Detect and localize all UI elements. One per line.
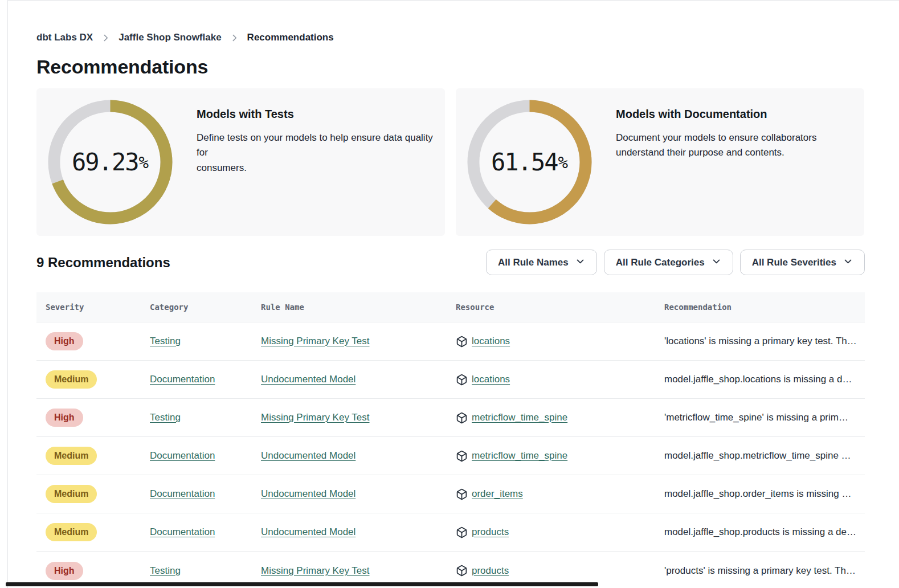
column-header-severity: Severity — [46, 303, 150, 312]
recommendation-text: model.jaffle_shop.metricflow_time_spine … — [664, 450, 856, 462]
model-box-icon — [456, 565, 468, 577]
rule-names-filter-dropdown[interactable]: All Rule Names — [486, 250, 597, 275]
table-row: High Testing Missing Primary Key Test me… — [36, 399, 865, 437]
table-header-row: Severity Category Rule Name Resource Rec… — [36, 292, 865, 322]
resource-link[interactable]: locations — [472, 336, 510, 347]
category-link[interactable]: Documentation — [150, 526, 215, 537]
rule-name-link[interactable]: Undocumented Model — [261, 450, 355, 461]
rule-name-link[interactable]: Undocumented Model — [261, 526, 355, 537]
recommendation-text: model.jaffle_shop.order_items is missing… — [664, 488, 856, 500]
breadcrumb-current-page: Recommendations — [247, 32, 334, 43]
table-row: High Testing Missing Primary Key Test lo… — [36, 322, 865, 361]
rule-categories-filter-dropdown[interactable]: All Rule Categories — [604, 250, 733, 275]
tests-percentage: 69.23% — [48, 100, 173, 224]
severity-badge: Medium — [46, 485, 97, 503]
table-row: Medium Documentation Undocumented Model … — [36, 475, 865, 513]
filter-label: All Rule Names — [498, 257, 569, 268]
model-box-icon — [456, 526, 468, 538]
column-header-recommendation: Recommendation — [664, 303, 856, 312]
resource-link[interactable]: locations — [472, 374, 510, 385]
recommendation-text: 'locations' is missing a primary key tes… — [664, 336, 856, 347]
resource-link[interactable]: products — [472, 526, 509, 538]
chevron-down-icon — [843, 256, 853, 269]
rule-name-link[interactable]: Missing Primary Key Test — [261, 565, 370, 576]
column-header-resource: Resource — [456, 303, 664, 312]
resource-link[interactable]: order_items — [472, 488, 523, 500]
severity-badge: High — [46, 562, 83, 580]
resource-link[interactable]: metricflow_time_spine — [472, 450, 567, 462]
card-title: Models with Documentation — [616, 108, 816, 121]
category-link[interactable]: Testing — [150, 412, 181, 423]
chevron-right-icon — [230, 33, 239, 43]
column-header-category: Category — [150, 303, 261, 312]
severity-badge: Medium — [46, 370, 97, 389]
filter-label: All Rule Categories — [616, 257, 705, 268]
page-title: Recommendations — [36, 56, 865, 78]
model-box-icon — [456, 488, 468, 500]
tests-donut-chart: 69.23% — [48, 100, 173, 224]
models-with-documentation-card: 61.54% Models with Documentation Documen… — [456, 88, 864, 236]
recommendation-text: 'products' is missing a primary key test… — [664, 565, 856, 577]
table-body: High Testing Missing Primary Key Test lo… — [36, 322, 865, 588]
model-box-icon — [456, 450, 468, 462]
card-title: Models with Tests — [197, 108, 434, 121]
resource-link[interactable]: products — [472, 565, 509, 577]
table-row: Medium Documentation Undocumented Model … — [36, 361, 865, 399]
severity-badge: High — [46, 332, 83, 350]
recommendation-text: 'metricflow_time_spine' is missing a pri… — [664, 412, 856, 423]
category-link[interactable]: Testing — [150, 565, 181, 576]
recommendation-text: model.jaffle_shop.products is missing a … — [664, 526, 856, 538]
clipped-next-row — [6, 582, 598, 586]
recommendation-text: model.jaffle_shop.locations is missing a… — [664, 374, 856, 385]
documentation-percentage: 61.54% — [467, 100, 592, 224]
filter-label: All Rule Severities — [752, 257, 836, 268]
rule-name-link[interactable]: Missing Primary Key Test — [261, 336, 370, 346]
rule-name-link[interactable]: Undocumented Model — [261, 488, 355, 499]
rule-severities-filter-dropdown[interactable]: All Rule Severities — [740, 250, 865, 275]
summary-cards: 69.23% Models with Tests Define tests on… — [36, 88, 865, 236]
chevron-down-icon — [575, 256, 585, 269]
category-link[interactable]: Documentation — [150, 450, 215, 461]
breadcrumb-link-account[interactable]: dbt Labs DX — [36, 32, 93, 43]
filter-group: All Rule Names All Rule Categories All R… — [486, 250, 865, 275]
severity-badge: Medium — [46, 447, 97, 465]
recommendations-table: Severity Category Rule Name Resource Rec… — [36, 292, 865, 588]
card-description: Define tests on your models to help ensu… — [197, 130, 434, 175]
table-row: Medium Documentation Undocumented Model … — [36, 437, 865, 475]
rule-name-link[interactable]: Undocumented Model — [261, 374, 355, 385]
severity-badge: High — [46, 409, 83, 427]
rule-name-link[interactable]: Missing Primary Key Test — [261, 412, 370, 423]
model-box-icon — [456, 412, 468, 424]
models-with-tests-card: 69.23% Models with Tests Define tests on… — [36, 88, 445, 236]
category-link[interactable]: Documentation — [150, 488, 215, 499]
breadcrumb: dbt Labs DX Jaffle Shop Snowflake Recomm… — [36, 32, 865, 43]
category-link[interactable]: Testing — [150, 336, 181, 346]
recommendations-page: dbt Labs DX Jaffle Shop Snowflake Recomm… — [8, 0, 899, 588]
model-box-icon — [456, 336, 468, 348]
list-toolbar: 9 Recommendations All Rule Names All Rul… — [36, 250, 865, 275]
column-header-rule-name: Rule Name — [261, 303, 456, 312]
category-link[interactable]: Documentation — [150, 374, 215, 385]
chevron-right-icon — [101, 33, 111, 43]
resource-link[interactable]: metricflow_time_spine — [472, 412, 567, 423]
chevron-down-icon — [712, 256, 721, 269]
breadcrumb-link-project[interactable]: Jaffle Shop Snowflake — [118, 32, 221, 43]
recommendations-count: 9 Recommendations — [36, 255, 170, 271]
card-description: Document your models to ensure collabora… — [616, 130, 816, 161]
severity-badge: Medium — [46, 523, 97, 541]
documentation-donut-chart: 61.54% — [467, 100, 592, 224]
model-box-icon — [456, 374, 468, 386]
table-row: Medium Documentation Undocumented Model … — [36, 513, 865, 552]
